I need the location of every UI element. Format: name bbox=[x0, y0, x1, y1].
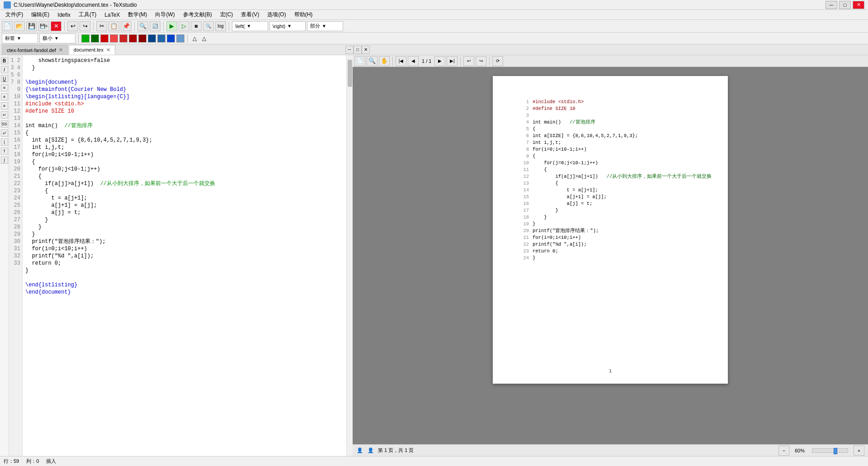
editor-tab-bar: ctex-fontset-fandol.def ✕ document.tex ✕ bbox=[0, 44, 344, 55]
menu-view[interactable]: 查看(V) bbox=[237, 10, 263, 19]
replace-button[interactable]: 🔄 bbox=[150, 21, 160, 31]
save-button[interactable]: 💾 bbox=[26, 21, 37, 31]
left-symbol-panel: B I U ≡ ≡ ≡ ↵ SS x² | f ∫ bbox=[0, 55, 9, 456]
log-button[interactable]: log bbox=[215, 21, 226, 31]
italic-btn[interactable]: I bbox=[1, 66, 8, 73]
menu-latex[interactable]: LaTeX bbox=[101, 11, 123, 19]
preview-sep bbox=[392, 57, 393, 66]
new-button[interactable]: 📄 bbox=[2, 21, 13, 31]
preview-maximize[interactable]: □ bbox=[354, 46, 362, 54]
zoom-in-btn[interactable]: + bbox=[854, 446, 864, 456]
preview-sync-btn[interactable]: ⟳ bbox=[492, 56, 503, 66]
func-btn[interactable]: f bbox=[1, 147, 8, 155]
preview-person-icon-2[interactable]: 👤 bbox=[367, 447, 374, 454]
menu-references[interactable]: 参考文献(B) bbox=[179, 10, 216, 19]
cursor-btn[interactable]: | bbox=[1, 138, 8, 146]
ss-btn[interactable]: SS bbox=[1, 120, 8, 128]
zoom-slider[interactable] bbox=[812, 448, 848, 453]
color-red-btn[interactable] bbox=[100, 34, 108, 43]
preview-prev-btn[interactable]: ◀ bbox=[408, 56, 419, 66]
copy-button[interactable]: 📋 bbox=[108, 21, 119, 31]
part-dropdown[interactable]: 部分 ▼ bbox=[307, 21, 343, 31]
undo-button[interactable]: ↩ bbox=[67, 21, 78, 31]
align-btn[interactable]: ≡ bbox=[1, 84, 8, 91]
x2-btn[interactable]: x² bbox=[1, 129, 8, 137]
toolbar-2: 标签 ▼ 极小 ▼ △ △ bbox=[0, 33, 868, 44]
cut-button[interactable]: ✂ bbox=[96, 21, 107, 31]
color-green-btn[interactable] bbox=[81, 34, 90, 43]
menu-wizard[interactable]: 向导(W) bbox=[151, 10, 178, 19]
align3-btn[interactable]: ≡ bbox=[1, 102, 8, 109]
menu-macros[interactable]: 宏(C) bbox=[217, 10, 237, 19]
tab-document[interactable]: document.tex ✕ bbox=[69, 45, 115, 55]
save-all-button[interactable]: 💾+ bbox=[38, 21, 49, 31]
color-btn-11[interactable] bbox=[176, 34, 184, 43]
triangle-up2-icon[interactable]: △ bbox=[200, 34, 208, 43]
open-button[interactable]: 📂 bbox=[14, 21, 25, 31]
find-button[interactable]: 🔍 bbox=[137, 21, 148, 31]
menu-options[interactable]: 选项(O) bbox=[264, 10, 289, 19]
tab-fontset[interactable]: ctex-fontset-fandol.def ✕ bbox=[2, 45, 68, 55]
line-numbers: 1 2 3 4 5 6 7 8 9 10 11 12 13 14 15 16 1… bbox=[9, 55, 23, 456]
color-btn-8[interactable] bbox=[148, 34, 156, 43]
preview-content[interactable]: 1#include <stdio.h>2#define SIZE 1034int… bbox=[353, 67, 868, 444]
bold-btn[interactable]: B bbox=[1, 57, 8, 64]
separator-5 bbox=[229, 22, 229, 31]
build-play-button[interactable]: ▶ bbox=[166, 21, 177, 31]
menu-math[interactable]: 数学(M) bbox=[124, 10, 151, 19]
align2-btn[interactable]: ≡ bbox=[1, 93, 8, 100]
menu-file[interactable]: 文件(F) bbox=[2, 10, 27, 19]
enter-btn[interactable]: ↵ bbox=[1, 111, 8, 119]
preview-hand-btn[interactable]: ✋ bbox=[379, 56, 390, 66]
menu-help[interactable]: 帮助(H) bbox=[291, 10, 316, 19]
left-paren-dropdown[interactable]: \left( ▼ bbox=[232, 21, 268, 31]
title-bar: C:\Users\Wayne\Desktop\document.tex - Te… bbox=[0, 0, 868, 10]
menu-tools[interactable]: 工具(T) bbox=[75, 10, 100, 19]
maximize-button[interactable]: □ bbox=[839, 1, 851, 9]
color-btn-9[interactable] bbox=[157, 34, 165, 43]
editor-scrollbar[interactable] bbox=[346, 55, 353, 456]
preview-last-btn[interactable]: ▶| bbox=[447, 56, 458, 66]
build-forward-button[interactable]: ▷ bbox=[179, 21, 189, 31]
preview-next-btn[interactable]: ▶ bbox=[434, 56, 445, 66]
integral-btn[interactable]: ∫ bbox=[1, 157, 8, 164]
stop-button[interactable]: ■ bbox=[191, 21, 202, 31]
minimize-button[interactable]: ─ bbox=[826, 1, 837, 9]
redo-button[interactable]: ↪ bbox=[80, 21, 90, 31]
tab-document-close[interactable]: ✕ bbox=[106, 47, 110, 53]
paste-button[interactable]: 📌 bbox=[121, 21, 132, 31]
close-doc-button[interactable]: ✕ bbox=[51, 21, 61, 31]
menu-idefix[interactable]: Idefix bbox=[54, 11, 74, 19]
color-green2-btn[interactable] bbox=[91, 34, 99, 43]
preview-forward-btn[interactable]: ↪ bbox=[476, 56, 486, 66]
color-btn-6[interactable] bbox=[129, 34, 137, 43]
preview-search-btn[interactable]: 🔍 bbox=[367, 56, 377, 66]
editor-panel: 1 2 3 4 5 6 7 8 9 10 11 12 13 14 15 16 1… bbox=[9, 55, 353, 456]
right-paren-dropdown[interactable]: \right) ▼ bbox=[269, 21, 306, 31]
close-button[interactable]: ✕ bbox=[853, 1, 864, 9]
app-icon bbox=[4, 1, 11, 9]
preview-minimize[interactable]: ─ bbox=[345, 46, 354, 54]
preview-undo-btn[interactable]: ↩ bbox=[463, 56, 474, 66]
preview-close[interactable]: ✕ bbox=[362, 46, 370, 54]
color-btn-10[interactable] bbox=[167, 34, 175, 43]
preview-first-btn[interactable]: |◀ bbox=[396, 56, 406, 66]
zoom-out-btn[interactable]: − bbox=[778, 446, 789, 456]
underline-btn[interactable]: U bbox=[1, 75, 8, 82]
tab-fontset-close[interactable]: ✕ bbox=[59, 47, 63, 53]
tag-dropdown[interactable]: 标签 ▼ bbox=[2, 33, 38, 43]
zoom-thumb[interactable] bbox=[834, 448, 837, 454]
triangle-up-icon[interactable]: △ bbox=[190, 34, 198, 43]
menu-edit[interactable]: 编辑(E) bbox=[28, 10, 53, 19]
code-editor[interactable]: showstringspaces=false } \begin{document… bbox=[23, 55, 346, 456]
page-number: 1 bbox=[493, 367, 728, 375]
preview-pdf-icon[interactable]: 📄 bbox=[354, 56, 365, 66]
color-btn-4[interactable] bbox=[110, 34, 118, 43]
scrollbar-thumb[interactable] bbox=[348, 60, 352, 87]
min-dropdown[interactable]: 极小 ▼ bbox=[39, 33, 75, 43]
search-pdf-button[interactable]: 🔍 bbox=[203, 21, 214, 31]
color-btn-7[interactable] bbox=[138, 34, 146, 43]
preview-person-icon-1[interactable]: 👤 bbox=[356, 447, 363, 454]
separator-2 bbox=[93, 22, 94, 31]
color-btn-5[interactable] bbox=[119, 34, 127, 43]
